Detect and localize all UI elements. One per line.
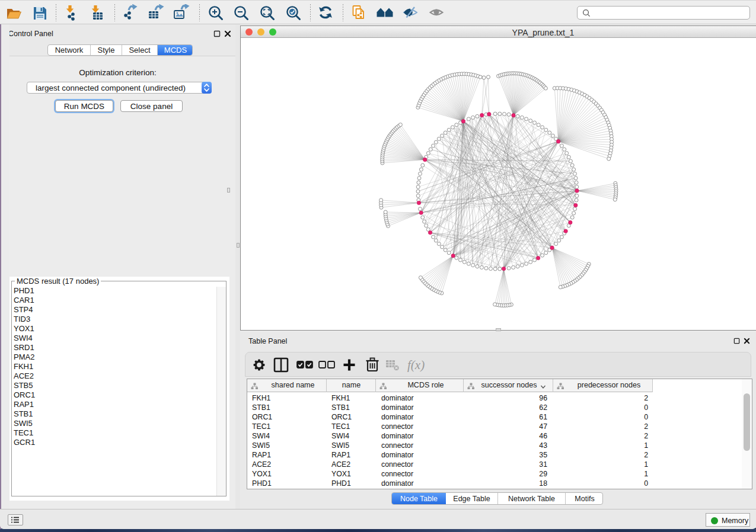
svg-text:f(x): f(x) [407, 358, 425, 372]
